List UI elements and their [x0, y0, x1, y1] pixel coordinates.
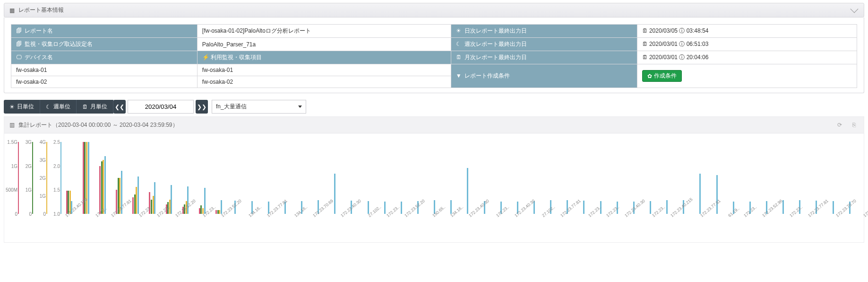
- chevron-down-icon: [851, 5, 859, 13]
- export-button[interactable]: ⎘: [849, 120, 859, 130]
- sun-icon: ☀: [456, 27, 462, 34]
- log-setting-value: PaloAlto_Parser_71a: [197, 38, 451, 51]
- calendar-icon: 🗓: [642, 27, 648, 34]
- cond-header: ▼レポート作成条件: [451, 64, 637, 88]
- bar-group: [426, 142, 443, 214]
- info-grid: 🗐レポート名 [fw-osaka-01-02]PaloAltoログ分析レポート …: [4, 18, 864, 93]
- bar-group: [459, 142, 476, 214]
- cond-cell: ✿ 作成条件: [637, 64, 857, 88]
- panel-title: レポート基本情報: [18, 6, 64, 14]
- date-input[interactable]: [128, 100, 194, 114]
- doc-icon: 🗐: [16, 41, 22, 47]
- item-row-1: fw-osaka-01: [197, 64, 451, 76]
- chart-body: 1.5G1G500M03G2G1G04G3G2G1G02.52.01.51.0 …: [4, 133, 864, 242]
- item-header: ⚡利用監視・収集項目: [197, 51, 451, 64]
- gear-icon: ✿: [647, 73, 652, 79]
- bar-group: [443, 142, 459, 214]
- y-axis-s4: 2.52.01.51.0: [47, 142, 61, 214]
- prev-button[interactable]: ❮❮: [113, 100, 126, 114]
- tab-daily-label: 日単位: [17, 103, 34, 111]
- bar-group: [210, 142, 227, 214]
- monitor-icon: 🖵: [16, 54, 22, 61]
- weekly-value: 🗓 2020/03/01 ⓘ 06:51:03: [637, 38, 857, 51]
- list-icon: ▦: [9, 7, 15, 14]
- report-name-header: 🗐レポート名: [11, 25, 198, 38]
- bar-group: [144, 142, 161, 214]
- next-button[interactable]: ❯❯: [196, 100, 208, 114]
- calendar-icon: 🗓: [456, 54, 462, 61]
- bar-group: [94, 142, 111, 214]
- report-name-value: [fw-osaka-01-02]PaloAltoログ分析レポート: [197, 25, 451, 38]
- bar-group: [609, 142, 626, 214]
- tab-monthly[interactable]: 🗓月単位: [77, 100, 113, 114]
- daily-header: ☀日次レポート最終出力日: [451, 25, 637, 38]
- doc-icon: 🗐: [16, 27, 22, 34]
- chart-panel-header: ▥ 集計レポート（2020-03-04 00:00:00 ～ 2020-03-0…: [4, 117, 864, 133]
- sun-icon: ☀: [9, 104, 15, 110]
- info-panel-header[interactable]: ▦ レポート基本情報: [4, 3, 864, 18]
- caret-down-icon: [298, 106, 302, 108]
- item-row-2: fw-osaka-02: [197, 76, 451, 88]
- monthly-header: 🗓月次レポート最終出力日: [451, 51, 637, 64]
- y-axis-s3: 4G3G2G1G0: [33, 142, 47, 214]
- create-condition-label: 作成条件: [654, 72, 677, 80]
- y-axis-s1: 1.5G1G500M0: [4, 142, 18, 214]
- bar-group: [260, 142, 277, 214]
- bar-group: [493, 142, 509, 214]
- calendar-icon: 🗓: [642, 41, 648, 47]
- moon-icon: ☾: [46, 104, 51, 110]
- bar-group: [161, 142, 177, 214]
- tab-daily[interactable]: ☀日単位: [4, 100, 40, 114]
- rewind-icon: ❮❮: [115, 104, 124, 110]
- device-row-2: fw-osaka-02: [11, 76, 198, 88]
- device-row-1: fw-osaka-01: [11, 64, 198, 76]
- tab-monthly-label: 月単位: [90, 103, 107, 111]
- chart-title: 集計レポート（2020-03-04 00:00:00 ～ 2020-03-04 …: [18, 121, 178, 129]
- bar-group: [377, 142, 393, 214]
- filter-icon: ▼: [456, 72, 462, 79]
- device-header: 🖵デバイス名: [11, 51, 198, 64]
- forward-icon: ❯❯: [197, 104, 206, 110]
- bar-group: [593, 142, 609, 214]
- y-axis-s2: 3G2G1G0: [18, 142, 33, 214]
- daily-value: 🗓 2020/03/05 ⓘ 03:48:54: [637, 25, 857, 38]
- bar-group: [742, 142, 758, 214]
- report-type-value: fn_大量通信: [216, 103, 247, 111]
- weekly-header: ☾週次レポート最終出力日: [451, 38, 637, 51]
- create-condition-button[interactable]: ✿ 作成条件: [642, 70, 682, 82]
- chart-icon: ▥: [9, 122, 15, 128]
- bar-group: [725, 142, 742, 214]
- export-icon: ⎘: [852, 122, 856, 128]
- moon-icon: ☾: [456, 41, 462, 47]
- bolt-icon: ⚡: [202, 54, 208, 61]
- bar-group: [791, 142, 808, 214]
- calendar-icon: 🗓: [642, 54, 648, 61]
- tab-weekly-label: 週単位: [53, 103, 70, 111]
- monthly-value: 🗓 2020/03/01 ⓘ 20:04:06: [637, 51, 857, 64]
- refresh-icon: ⟳: [837, 122, 842, 128]
- report-type-select[interactable]: fn_大量通信: [212, 100, 306, 114]
- log-setting-header: 🗐監視・収集ログ取込設定名: [11, 38, 198, 51]
- calendar-icon: 🗓: [82, 104, 88, 110]
- period-toolbar: ☀日単位 ☾週単位 🗓月単位 ❮❮ ❯❯ fn_大量通信: [4, 100, 864, 114]
- tab-weekly[interactable]: ☾週単位: [40, 100, 77, 114]
- refresh-button[interactable]: ⟳: [834, 120, 845, 130]
- bar-group: [293, 142, 310, 214]
